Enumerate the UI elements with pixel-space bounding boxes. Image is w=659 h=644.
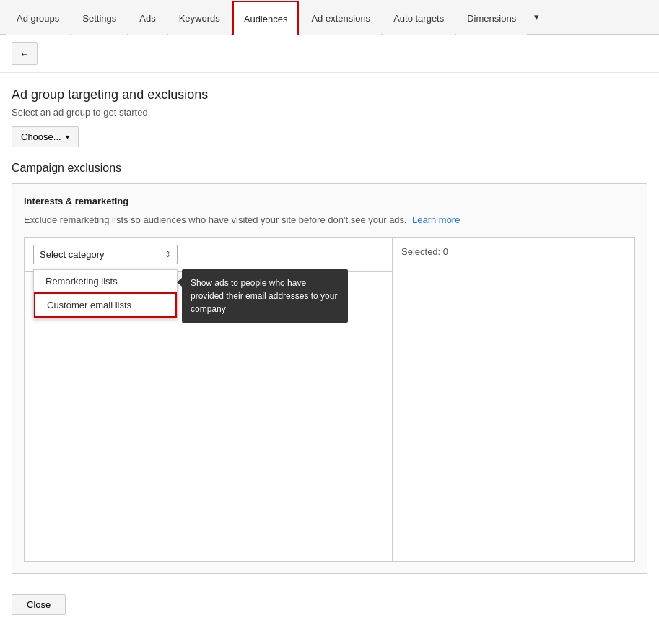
back-icon: ← xyxy=(19,48,29,59)
tab-auto-targets[interactable]: Auto targets xyxy=(383,1,455,35)
box-description: Exclude remarketing lists so audiences w… xyxy=(24,214,635,227)
select-category-area: Select category ⇕ Remarketing lists Cust… xyxy=(25,238,392,272)
tab-bar: Ad groups Settings Ads Keywords Audience… xyxy=(0,0,659,35)
right-column: Selected: 0 xyxy=(393,238,634,561)
left-column: Select category ⇕ Remarketing lists Cust… xyxy=(25,238,393,561)
box-desc-text: Exclude remarketing lists so audiences w… xyxy=(24,214,407,225)
page-title: Ad group targeting and exclusions xyxy=(12,87,647,103)
tab-more-button[interactable]: ▾ xyxy=(528,0,545,35)
tab-dimensions[interactable]: Dimensions xyxy=(456,1,527,35)
tab-keywords[interactable]: Keywords xyxy=(168,1,231,35)
spinner-icon: ⇕ xyxy=(165,250,171,259)
select-category-label: Select category xyxy=(40,249,105,260)
section-title: Campaign exclusions xyxy=(12,162,647,175)
main-content: Ad group targeting and exclusions Select… xyxy=(0,73,659,630)
box-title: Interests & remarketing xyxy=(24,196,635,206)
tab-ad-extensions[interactable]: Ad extensions xyxy=(300,1,381,35)
dropdown-item-customer-email[interactable]: Customer email lists xyxy=(34,292,177,318)
dropdown-menu: Remarketing lists Customer email lists xyxy=(33,269,178,318)
learn-more-link[interactable]: Learn more xyxy=(412,214,460,225)
tab-settings[interactable]: Settings xyxy=(71,1,127,35)
close-label: Close xyxy=(27,599,51,610)
tab-audiences[interactable]: Audiences xyxy=(232,1,300,35)
selected-count: Selected: 0 xyxy=(401,246,448,257)
back-button[interactable]: ← xyxy=(12,42,38,65)
chevron-down-icon: ▾ xyxy=(66,133,69,141)
select-category-dropdown[interactable]: Select category ⇕ xyxy=(33,245,178,264)
back-area: ← xyxy=(0,35,659,73)
close-button[interactable]: Close xyxy=(12,594,66,615)
campaign-exclusions-box: Interests & remarketing Exclude remarket… xyxy=(12,183,647,574)
choose-button[interactable]: Choose... ▾ xyxy=(12,126,79,147)
columns-area: Select category ⇕ Remarketing lists Cust… xyxy=(24,237,635,562)
subtitle: Select an ad group to get started. xyxy=(12,107,647,118)
tab-ad-groups[interactable]: Ad groups xyxy=(6,1,70,35)
choose-label: Choose... xyxy=(21,131,61,142)
tab-ads[interactable]: Ads xyxy=(128,1,166,35)
dropdown-item-remarketing[interactable]: Remarketing lists xyxy=(34,270,177,292)
